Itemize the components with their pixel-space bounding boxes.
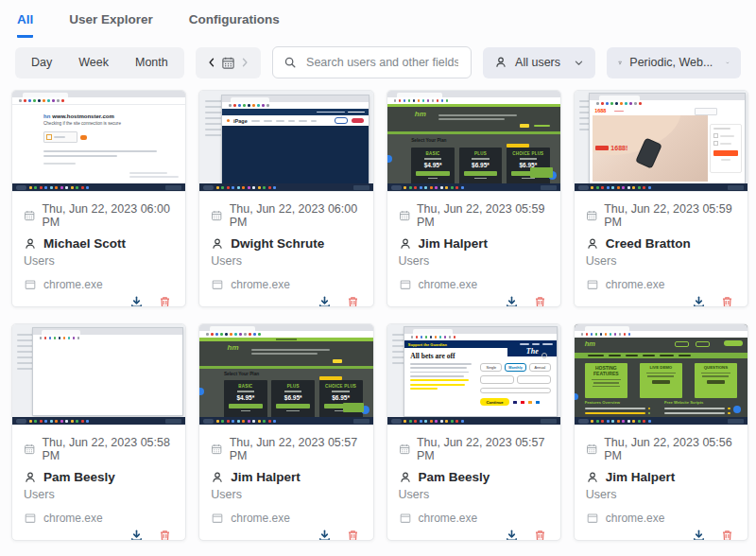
cloudflare-mark bbox=[80, 135, 87, 140]
user-group: Users bbox=[211, 254, 361, 268]
download-button[interactable] bbox=[129, 295, 144, 307]
screenshot-card[interactable]: Thu, Jun 22, 2023 05:58 PM Pam Beesly Us… bbox=[11, 323, 186, 541]
month-button[interactable]: Month bbox=[122, 50, 181, 76]
windows-taskbar bbox=[12, 183, 185, 191]
screenshot-card[interactable]: hm Select Your Plan BASIC $4.95* PLUS bbox=[198, 323, 373, 541]
download-button[interactable] bbox=[505, 529, 519, 541]
download-button[interactable] bbox=[318, 295, 332, 307]
search-box[interactable] bbox=[272, 46, 472, 78]
screenshot-card[interactable]: Support the Guardian The All bets are of… bbox=[387, 323, 561, 541]
day-button[interactable]: Day bbox=[18, 50, 65, 76]
plan-price: $6.95* bbox=[271, 394, 315, 401]
brand-1688: 1688 bbox=[594, 108, 606, 113]
application-window-icon bbox=[399, 512, 412, 525]
capture-datetime: Thu, Jun 22, 2023 06:00 PM bbox=[230, 202, 362, 229]
feature-box: HOSTING FEATURES bbox=[585, 363, 627, 398]
chevron-down-icon bbox=[726, 58, 730, 68]
application-name: chrome.exe bbox=[231, 278, 290, 291]
download-button[interactable] bbox=[129, 529, 144, 541]
screenshot-card[interactable]: hm Select Your Plan BASIC $4.95* PLUS bbox=[387, 90, 561, 307]
user-group: Users bbox=[399, 254, 549, 268]
screenshot-thumbnail[interactable]: hm Select Your Plan BASIC $4.95* PLUS bbox=[387, 91, 560, 192]
user-name: Jim Halpert bbox=[231, 470, 301, 484]
delete-button[interactable] bbox=[346, 295, 360, 307]
screenshot-card[interactable]: iPage Thu, Jun 22, 2023 06:00 PM Dwight … bbox=[198, 90, 373, 307]
delete-button[interactable] bbox=[533, 529, 547, 541]
application-name: chrome.exe bbox=[43, 278, 103, 291]
search-input[interactable] bbox=[304, 55, 460, 70]
hostmonster-logo: hm bbox=[228, 343, 239, 352]
windows-taskbar bbox=[12, 417, 185, 425]
plan-price: $6.95* bbox=[459, 162, 503, 168]
person-icon bbox=[399, 237, 412, 251]
type-filter-label: Periodic, Web... bbox=[629, 56, 713, 69]
pricing-section: Select Your Plan BASIC $4.95* PLUS $6.95… bbox=[387, 134, 560, 191]
features-header: hm bbox=[575, 338, 747, 353]
screenshot-thumbnail[interactable]: Support the Guardian The All bets are of… bbox=[387, 324, 560, 426]
card-actions bbox=[211, 291, 361, 307]
hostmonster-header: hm bbox=[199, 341, 372, 366]
screenshot-thumbnail[interactable]: 1688 1688! bbox=[575, 91, 747, 192]
website-scripts-column: Free Website Scripts bbox=[664, 400, 730, 419]
trash-icon bbox=[158, 295, 172, 307]
user-name: Jim Halpert bbox=[606, 470, 676, 484]
user-group: Users bbox=[24, 254, 174, 268]
delete-button[interactable] bbox=[533, 295, 547, 307]
tab-user-explorer[interactable]: User Explorer bbox=[69, 12, 153, 38]
previous-date-button[interactable] bbox=[204, 55, 219, 70]
calendar-picker-button[interactable] bbox=[219, 54, 237, 72]
site-url: www.hostmonster.com bbox=[52, 113, 113, 119]
tab-all[interactable]: All bbox=[17, 12, 33, 38]
delete-button[interactable] bbox=[720, 295, 734, 307]
screenshot-thumbnail[interactable]: hm HOSTING FEATURES LIVE DEMO bbox=[575, 324, 747, 426]
users-filter-dropdown[interactable]: All users bbox=[483, 47, 595, 78]
delete-button[interactable] bbox=[158, 295, 172, 307]
delete-button[interactable] bbox=[158, 529, 172, 541]
select-button bbox=[416, 171, 450, 176]
download-button[interactable] bbox=[505, 295, 519, 307]
calendar-icon bbox=[211, 209, 222, 222]
card-info: Thu, Jun 22, 2023 05:59 PM Jim Halpert U… bbox=[387, 192, 560, 307]
application-window-icon bbox=[24, 278, 37, 291]
download-button[interactable] bbox=[692, 529, 706, 541]
tab-configurations[interactable]: Configurations bbox=[189, 12, 280, 38]
hostmonster-logo: hm bbox=[415, 110, 426, 118]
plan-name: BASIC bbox=[411, 151, 455, 156]
users-filter-label: All users bbox=[515, 56, 560, 69]
guardian-banner-text: Support the Guardian bbox=[408, 342, 447, 347]
application-window-icon bbox=[24, 512, 37, 525]
application-window-icon bbox=[586, 512, 599, 525]
hostmonster-header: hm bbox=[387, 107, 560, 131]
plan-name: PLUS bbox=[459, 151, 503, 156]
calendar-icon bbox=[586, 209, 597, 222]
screenshot-thumbnail[interactable]: iPage bbox=[199, 91, 372, 192]
select-button bbox=[229, 404, 263, 408]
screenshot-thumbnail[interactable] bbox=[12, 324, 185, 426]
screenshot-card[interactable]: hm HOSTING FEATURES LIVE DEMO bbox=[574, 323, 748, 541]
download-button[interactable] bbox=[692, 295, 706, 307]
chat-bubble-left bbox=[575, 393, 578, 400]
trash-icon bbox=[533, 295, 547, 307]
next-date-button[interactable] bbox=[237, 55, 252, 70]
chat-bubble-left bbox=[387, 155, 392, 163]
week-button[interactable]: Week bbox=[65, 50, 122, 76]
card-info: Thu, Jun 22, 2023 05:56 PM Jim Halpert U… bbox=[575, 426, 747, 541]
delete-button[interactable] bbox=[720, 529, 734, 541]
features-overview-column: Features Overview bbox=[585, 400, 651, 419]
captcha-box bbox=[43, 131, 77, 143]
user-group: Users bbox=[399, 488, 549, 501]
screenshot-card[interactable]: hn www.hostmonster.com Checking if the s… bbox=[11, 90, 186, 307]
screenshot-thumbnail[interactable]: hn www.hostmonster.com Checking if the s… bbox=[12, 91, 185, 192]
delete-button[interactable] bbox=[346, 529, 360, 541]
screenshot-card[interactable]: 1688 1688! bbox=[574, 90, 748, 307]
chrome-window: iPage bbox=[222, 96, 369, 183]
feature-box-title: LIVE DEMO bbox=[640, 366, 682, 371]
calendar-icon bbox=[586, 443, 597, 456]
plan-name: BASIC bbox=[224, 384, 267, 389]
type-filter-dropdown[interactable]: Periodic, Web... bbox=[607, 47, 741, 78]
application-window-icon bbox=[211, 278, 224, 291]
download-button[interactable] bbox=[318, 529, 332, 541]
screenshot-thumbnail[interactable]: hm Select Your Plan BASIC $4.95* PLUS bbox=[199, 324, 372, 426]
screenshot-grid: hn www.hostmonster.com Checking if the s… bbox=[0, 88, 756, 550]
pricing-heading: Select Your Plan bbox=[411, 138, 446, 143]
